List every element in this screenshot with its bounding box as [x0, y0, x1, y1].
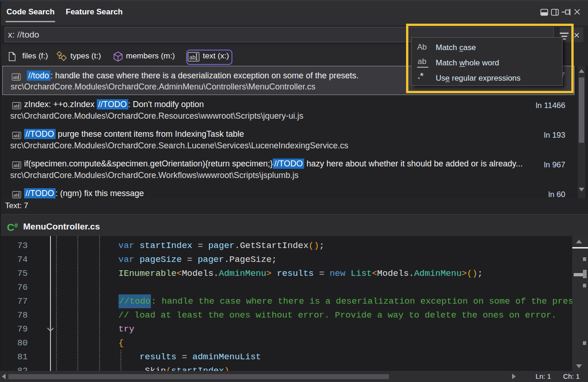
svg-text:ab: ab: [13, 133, 19, 138]
svg-text:ab: ab: [13, 103, 19, 108]
svg-text:ab: ab: [13, 192, 19, 197]
svg-text:ab: ab: [13, 163, 19, 168]
svg-text:ab: ab: [13, 75, 18, 80]
